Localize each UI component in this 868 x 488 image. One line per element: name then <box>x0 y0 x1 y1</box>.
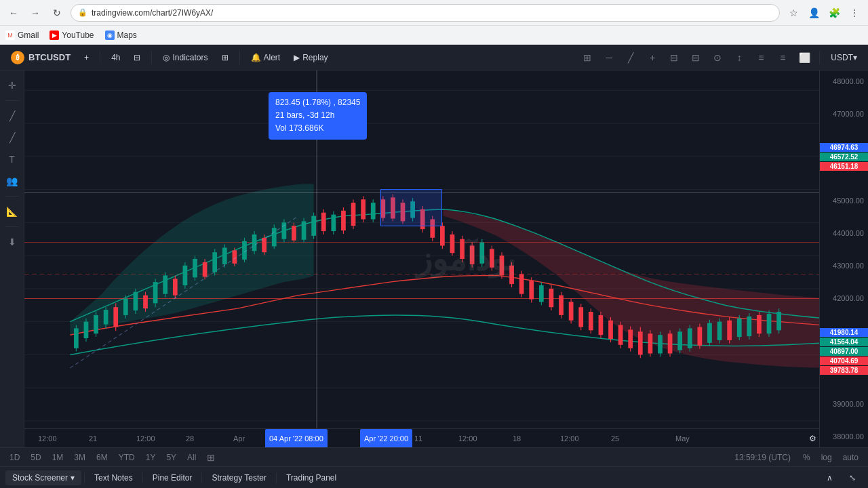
status-sep-2 <box>142 472 143 483</box>
strategy-tester-btn[interactable]: Strategy Tester <box>205 470 273 485</box>
currency-label: USDT▾ <box>831 53 857 62</box>
bookmark-star-button[interactable]: ☆ <box>785 5 802 21</box>
parallel-channel-icon[interactable]: ⊟ <box>665 48 684 67</box>
youtube-favicon: ▶ <box>50 30 59 40</box>
tf-5d[interactable]: 5D <box>26 451 45 464</box>
browser-chrome: ← → ↻ 🔒 tradingview.com/chart/27IW6yAX/ … <box>0 0 868 26</box>
time-label-1200-1: 12:00 <box>38 434 57 443</box>
bar-style-button[interactable]: ⊟ <box>128 50 146 65</box>
svg-rect-162 <box>380 190 441 226</box>
maps-label: Maps <box>117 30 137 40</box>
badge-40897: 40897.00 <box>820 347 868 356</box>
back-button[interactable]: ← <box>5 5 22 21</box>
tf-compare[interactable]: ⊞ <box>203 451 219 464</box>
auto-scale-btn[interactable]: auto <box>839 451 863 464</box>
toolbar-sep-right <box>819 51 820 64</box>
download-tool[interactable]: ⬇ <box>3 232 22 251</box>
chart-scale-options: % log auto <box>799 451 863 464</box>
price-range-icon[interactable]: ⊟ <box>686 48 705 67</box>
collapse-btn[interactable]: ∧ <box>820 470 840 485</box>
status-sep-3 <box>201 472 202 483</box>
log-scale-btn[interactable]: log <box>817 451 836 464</box>
grid-icon[interactable]: ⊞ <box>578 48 597 67</box>
tf-all[interactable]: All <box>183 451 200 464</box>
line-tool-icon[interactable]: ─ <box>599 48 618 67</box>
pine-editor-btn[interactable]: Pine Editor <box>146 470 199 485</box>
people-tool[interactable]: 👥 <box>3 171 22 190</box>
forward-button[interactable]: → <box>27 5 43 21</box>
layout-icon[interactable]: ≡ <box>773 48 792 67</box>
symbol-name: BTCUSDT <box>28 52 71 62</box>
status-bar: Stock Screener ▾ Text Notes Pine Editor … <box>0 466 868 488</box>
tf-3m[interactable]: 3M <box>70 451 90 464</box>
lock-scale-icon[interactable]: ↕ <box>730 48 749 67</box>
tf-1y[interactable]: 1Y <box>142 451 160 464</box>
gmail-favicon: M <box>5 30 15 40</box>
price-48000: 48000.00 <box>820 77 868 85</box>
symbol-selector[interactable]: ₿ BTCUSDT <box>5 48 76 67</box>
extensions-button[interactable]: 🧩 <box>826 5 842 21</box>
trend-line-tool[interactable]: ╱ <box>3 106 22 125</box>
price-45000: 45000.00 <box>820 197 868 205</box>
percent-scale-btn[interactable]: % <box>799 451 814 464</box>
time-label-1200-3: 12:00 <box>458 434 477 443</box>
chart-svg <box>24 70 868 447</box>
timeframe-label: 4h <box>111 53 120 62</box>
fib-tool[interactable]: ╱ <box>3 128 22 147</box>
bookmark-youtube[interactable]: ▶ YouTube <box>50 30 94 40</box>
replay-icon: ▶ <box>294 53 300 62</box>
time-display: 13:59:19 (UTC) <box>734 453 791 462</box>
chart-area[interactable]: بودآموز TV 823.45 (1.78%) , 82345 21 bar… <box>24 70 868 447</box>
youtube-label: YouTube <box>62 30 94 40</box>
measure-icon[interactable]: ≡ <box>751 48 770 67</box>
badge-46572: 46572.52 <box>820 152 868 161</box>
more-button[interactable]: ⋮ <box>846 5 863 21</box>
tf-5y[interactable]: 5Y <box>162 451 180 464</box>
expand-btn[interactable]: ⤡ <box>842 470 863 485</box>
toolbar-sep-2 <box>151 51 152 64</box>
time-label-may: May <box>675 434 690 443</box>
currency-selector[interactable]: USDT▾ <box>825 50 863 65</box>
reload-button[interactable]: ↻ <box>49 5 65 21</box>
tf-6m[interactable]: 6M <box>92 451 112 464</box>
price-badge-group-2: 41980.14 41564.04 40897.00 40704.69 3978… <box>820 327 868 375</box>
time-label-11: 11 <box>414 434 422 443</box>
crosshair-tool[interactable]: ✛ <box>3 76 22 95</box>
tf-1d[interactable]: 1D <box>5 451 24 464</box>
bookmark-maps[interactable]: ◉ Maps <box>105 30 137 40</box>
trading-panel-btn[interactable]: Trading Panel <box>279 470 343 485</box>
profile-button[interactable]: 👤 <box>806 5 822 21</box>
indicators-button[interactable]: ◎ Indicators <box>157 50 213 65</box>
time-selection-end: Apr '22 20:00 <box>360 429 412 448</box>
templates-button[interactable]: ⊞ <box>216 50 234 65</box>
templates-icon: ⊞ <box>222 53 229 62</box>
status-sep-4 <box>276 472 277 483</box>
toolbar-right: ⊞ ─ ╱ + ⊟ ⊟ ⊙ ↕ ≡ ≡ ⬜ USDT▾ <box>578 48 863 67</box>
btc-icon: ₿ <box>11 51 24 64</box>
crosshair-icon[interactable]: + <box>643 48 662 67</box>
add-symbol-button[interactable]: + <box>79 50 94 65</box>
price-44000: 44000.00 <box>820 229 868 237</box>
stock-screener-btn[interactable]: Stock Screener ▾ <box>5 470 81 485</box>
time-label-21: 21 <box>89 434 97 443</box>
ray-tool-icon[interactable]: ╱ <box>621 48 640 67</box>
timeframe-button[interactable]: 4h <box>106 50 125 65</box>
bar-style-icon: ⊟ <box>134 53 140 62</box>
time-label-1200-2: 12:00 <box>136 434 155 443</box>
tf-ytd[interactable]: YTD <box>115 451 139 464</box>
time-axis-settings[interactable]: ⚙ <box>809 434 816 443</box>
url-bar[interactable]: 🔒 tradingview.com/chart/27IW6yAX/ <box>71 4 780 22</box>
bookmark-gmail[interactable]: M Gmail <box>5 30 39 40</box>
gmail-label: Gmail <box>18 30 39 40</box>
replay-button[interactable]: ▶ Replay <box>288 50 333 65</box>
tf-1m[interactable]: 1M <box>48 451 68 464</box>
alert-button[interactable]: 🔔 Alert <box>245 50 286 65</box>
badge-41980: 41980.14 <box>820 328 868 337</box>
text-notes-btn[interactable]: Text Notes <box>87 470 140 485</box>
fullscreen-icon[interactable]: ⬜ <box>795 48 814 67</box>
magnet-icon[interactable]: ⊙ <box>708 48 727 67</box>
text-tool[interactable]: T <box>3 150 22 169</box>
price-42000: 42000.00 <box>820 294 868 302</box>
maps-favicon: ◉ <box>105 30 115 40</box>
magnet-sidebar-tool[interactable]: 📐 <box>3 202 22 221</box>
